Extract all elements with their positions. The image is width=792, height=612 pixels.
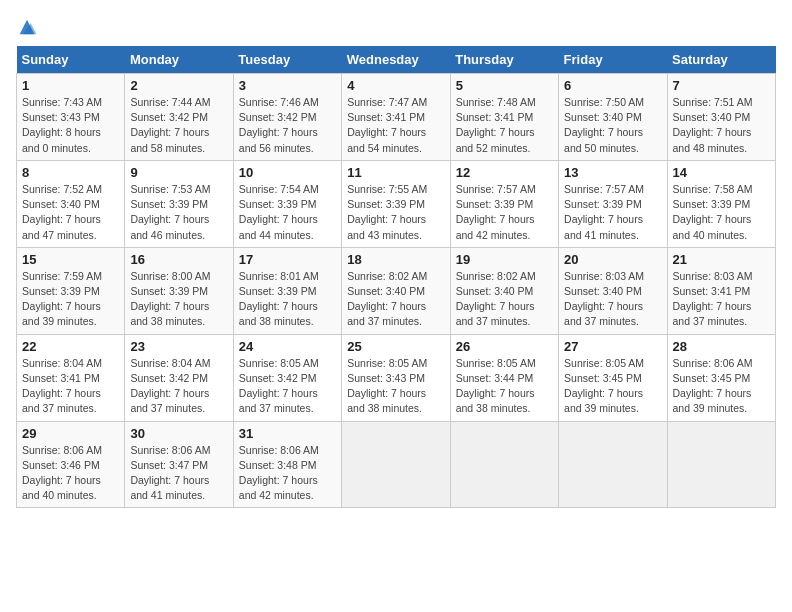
logo-icon bbox=[16, 16, 38, 38]
week-row: 29Sunrise: 8:06 AMSunset: 3:46 PMDayligh… bbox=[17, 421, 776, 508]
calendar-cell bbox=[667, 421, 775, 508]
day-detail: Sunrise: 7:50 AMSunset: 3:40 PMDaylight:… bbox=[564, 96, 644, 154]
day-number: 17 bbox=[239, 252, 336, 267]
calendar-cell: 25Sunrise: 8:05 AMSunset: 3:43 PMDayligh… bbox=[342, 334, 450, 421]
day-detail: Sunrise: 7:57 AMSunset: 3:39 PMDaylight:… bbox=[564, 183, 644, 241]
calendar-cell: 3Sunrise: 7:46 AMSunset: 3:42 PMDaylight… bbox=[233, 74, 341, 161]
calendar-cell: 2Sunrise: 7:44 AMSunset: 3:42 PMDaylight… bbox=[125, 74, 233, 161]
calendar-cell bbox=[450, 421, 558, 508]
day-detail: Sunrise: 8:02 AMSunset: 3:40 PMDaylight:… bbox=[347, 270, 427, 328]
day-number: 23 bbox=[130, 339, 227, 354]
calendar-cell: 20Sunrise: 8:03 AMSunset: 3:40 PMDayligh… bbox=[559, 247, 667, 334]
day-number: 30 bbox=[130, 426, 227, 441]
day-detail: Sunrise: 8:06 AMSunset: 3:47 PMDaylight:… bbox=[130, 444, 210, 502]
calendar-cell: 11Sunrise: 7:55 AMSunset: 3:39 PMDayligh… bbox=[342, 160, 450, 247]
calendar-cell: 10Sunrise: 7:54 AMSunset: 3:39 PMDayligh… bbox=[233, 160, 341, 247]
day-detail: Sunrise: 8:04 AMSunset: 3:41 PMDaylight:… bbox=[22, 357, 102, 415]
day-detail: Sunrise: 7:59 AMSunset: 3:39 PMDaylight:… bbox=[22, 270, 102, 328]
day-detail: Sunrise: 8:00 AMSunset: 3:39 PMDaylight:… bbox=[130, 270, 210, 328]
day-detail: Sunrise: 8:03 AMSunset: 3:40 PMDaylight:… bbox=[564, 270, 644, 328]
logo bbox=[16, 16, 40, 38]
col-header-friday: Friday bbox=[559, 46, 667, 74]
day-detail: Sunrise: 7:48 AMSunset: 3:41 PMDaylight:… bbox=[456, 96, 536, 154]
day-number: 6 bbox=[564, 78, 661, 93]
calendar-cell: 26Sunrise: 8:05 AMSunset: 3:44 PMDayligh… bbox=[450, 334, 558, 421]
col-header-saturday: Saturday bbox=[667, 46, 775, 74]
calendar-cell: 4Sunrise: 7:47 AMSunset: 3:41 PMDaylight… bbox=[342, 74, 450, 161]
calendar-cell: 14Sunrise: 7:58 AMSunset: 3:39 PMDayligh… bbox=[667, 160, 775, 247]
day-detail: Sunrise: 7:58 AMSunset: 3:39 PMDaylight:… bbox=[673, 183, 753, 241]
week-row: 8Sunrise: 7:52 AMSunset: 3:40 PMDaylight… bbox=[17, 160, 776, 247]
calendar-cell: 6Sunrise: 7:50 AMSunset: 3:40 PMDaylight… bbox=[559, 74, 667, 161]
day-detail: Sunrise: 7:55 AMSunset: 3:39 PMDaylight:… bbox=[347, 183, 427, 241]
day-detail: Sunrise: 7:53 AMSunset: 3:39 PMDaylight:… bbox=[130, 183, 210, 241]
day-detail: Sunrise: 8:06 AMSunset: 3:46 PMDaylight:… bbox=[22, 444, 102, 502]
calendar-cell: 22Sunrise: 8:04 AMSunset: 3:41 PMDayligh… bbox=[17, 334, 125, 421]
day-detail: Sunrise: 7:46 AMSunset: 3:42 PMDaylight:… bbox=[239, 96, 319, 154]
day-number: 31 bbox=[239, 426, 336, 441]
day-number: 24 bbox=[239, 339, 336, 354]
calendar-cell: 19Sunrise: 8:02 AMSunset: 3:40 PMDayligh… bbox=[450, 247, 558, 334]
calendar-cell: 23Sunrise: 8:04 AMSunset: 3:42 PMDayligh… bbox=[125, 334, 233, 421]
day-number: 3 bbox=[239, 78, 336, 93]
calendar-cell: 24Sunrise: 8:05 AMSunset: 3:42 PMDayligh… bbox=[233, 334, 341, 421]
calendar-cell: 12Sunrise: 7:57 AMSunset: 3:39 PMDayligh… bbox=[450, 160, 558, 247]
day-number: 21 bbox=[673, 252, 770, 267]
day-number: 19 bbox=[456, 252, 553, 267]
day-number: 9 bbox=[130, 165, 227, 180]
day-detail: Sunrise: 7:54 AMSunset: 3:39 PMDaylight:… bbox=[239, 183, 319, 241]
day-detail: Sunrise: 7:52 AMSunset: 3:40 PMDaylight:… bbox=[22, 183, 102, 241]
week-row: 15Sunrise: 7:59 AMSunset: 3:39 PMDayligh… bbox=[17, 247, 776, 334]
day-detail: Sunrise: 7:44 AMSunset: 3:42 PMDaylight:… bbox=[130, 96, 210, 154]
calendar-cell: 15Sunrise: 7:59 AMSunset: 3:39 PMDayligh… bbox=[17, 247, 125, 334]
day-detail: Sunrise: 7:51 AMSunset: 3:40 PMDaylight:… bbox=[673, 96, 753, 154]
day-detail: Sunrise: 8:02 AMSunset: 3:40 PMDaylight:… bbox=[456, 270, 536, 328]
calendar-cell: 16Sunrise: 8:00 AMSunset: 3:39 PMDayligh… bbox=[125, 247, 233, 334]
calendar-cell: 5Sunrise: 7:48 AMSunset: 3:41 PMDaylight… bbox=[450, 74, 558, 161]
day-number: 5 bbox=[456, 78, 553, 93]
calendar-cell: 17Sunrise: 8:01 AMSunset: 3:39 PMDayligh… bbox=[233, 247, 341, 334]
week-row: 22Sunrise: 8:04 AMSunset: 3:41 PMDayligh… bbox=[17, 334, 776, 421]
calendar-cell: 13Sunrise: 7:57 AMSunset: 3:39 PMDayligh… bbox=[559, 160, 667, 247]
day-detail: Sunrise: 8:06 AMSunset: 3:45 PMDaylight:… bbox=[673, 357, 753, 415]
day-number: 8 bbox=[22, 165, 119, 180]
calendar-cell: 18Sunrise: 8:02 AMSunset: 3:40 PMDayligh… bbox=[342, 247, 450, 334]
day-number: 18 bbox=[347, 252, 444, 267]
day-detail: Sunrise: 7:43 AMSunset: 3:43 PMDaylight:… bbox=[22, 96, 102, 154]
calendar-cell: 31Sunrise: 8:06 AMSunset: 3:48 PMDayligh… bbox=[233, 421, 341, 508]
day-detail: Sunrise: 7:57 AMSunset: 3:39 PMDaylight:… bbox=[456, 183, 536, 241]
calendar-table: SundayMondayTuesdayWednesdayThursdayFrid… bbox=[16, 46, 776, 508]
day-detail: Sunrise: 8:03 AMSunset: 3:41 PMDaylight:… bbox=[673, 270, 753, 328]
calendar-cell bbox=[342, 421, 450, 508]
day-number: 28 bbox=[673, 339, 770, 354]
day-number: 7 bbox=[673, 78, 770, 93]
col-header-wednesday: Wednesday bbox=[342, 46, 450, 74]
day-number: 11 bbox=[347, 165, 444, 180]
day-detail: Sunrise: 8:05 AMSunset: 3:45 PMDaylight:… bbox=[564, 357, 644, 415]
calendar-cell: 1Sunrise: 7:43 AMSunset: 3:43 PMDaylight… bbox=[17, 74, 125, 161]
week-row: 1Sunrise: 7:43 AMSunset: 3:43 PMDaylight… bbox=[17, 74, 776, 161]
col-header-monday: Monday bbox=[125, 46, 233, 74]
calendar-cell: 8Sunrise: 7:52 AMSunset: 3:40 PMDaylight… bbox=[17, 160, 125, 247]
col-header-thursday: Thursday bbox=[450, 46, 558, 74]
day-number: 20 bbox=[564, 252, 661, 267]
day-number: 1 bbox=[22, 78, 119, 93]
day-detail: Sunrise: 8:04 AMSunset: 3:42 PMDaylight:… bbox=[130, 357, 210, 415]
day-number: 10 bbox=[239, 165, 336, 180]
calendar-cell: 7Sunrise: 7:51 AMSunset: 3:40 PMDaylight… bbox=[667, 74, 775, 161]
calendar-cell: 9Sunrise: 7:53 AMSunset: 3:39 PMDaylight… bbox=[125, 160, 233, 247]
day-detail: Sunrise: 8:06 AMSunset: 3:48 PMDaylight:… bbox=[239, 444, 319, 502]
day-detail: Sunrise: 8:05 AMSunset: 3:42 PMDaylight:… bbox=[239, 357, 319, 415]
day-number: 26 bbox=[456, 339, 553, 354]
day-number: 25 bbox=[347, 339, 444, 354]
day-number: 15 bbox=[22, 252, 119, 267]
day-detail: Sunrise: 8:05 AMSunset: 3:44 PMDaylight:… bbox=[456, 357, 536, 415]
day-number: 29 bbox=[22, 426, 119, 441]
day-number: 2 bbox=[130, 78, 227, 93]
day-detail: Sunrise: 8:01 AMSunset: 3:39 PMDaylight:… bbox=[239, 270, 319, 328]
calendar-cell bbox=[559, 421, 667, 508]
calendar-cell: 21Sunrise: 8:03 AMSunset: 3:41 PMDayligh… bbox=[667, 247, 775, 334]
day-number: 27 bbox=[564, 339, 661, 354]
col-header-sunday: Sunday bbox=[17, 46, 125, 74]
col-header-tuesday: Tuesday bbox=[233, 46, 341, 74]
